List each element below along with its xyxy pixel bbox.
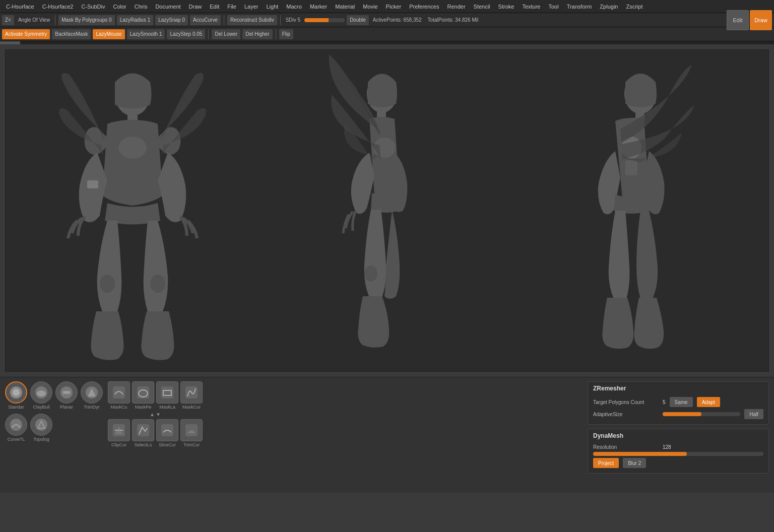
reconstruct-subdiv-btn[interactable]: Reconstruct Subdiv xyxy=(227,15,277,25)
standard-brush-icon[interactable] xyxy=(5,381,27,404)
menu-item-chsurface2[interactable]: C-Hsurface2 xyxy=(38,3,78,11)
separator1 xyxy=(55,15,55,25)
menu-item-transform[interactable]: Transform xyxy=(563,3,596,11)
trimdyn-brush-icon[interactable] xyxy=(81,381,103,404)
separator3 xyxy=(280,15,281,25)
tool-row-1: Standar ClayBuil Planar TrimDyr xyxy=(5,381,103,410)
active-points-label: ActivePoints: 658,352 xyxy=(371,17,424,23)
maskcur-label: MaskCur xyxy=(182,405,201,410)
half-btn[interactable]: Half xyxy=(744,409,763,419)
del-higher-btn[interactable]: Del Higher xyxy=(242,29,272,39)
bottom-area: Standar ClayBuil Planar TrimDyr xyxy=(0,377,774,493)
claybuild-brush-icon[interactable] xyxy=(30,381,52,404)
backface-mask-btn[interactable]: BackfaceMask xyxy=(52,29,91,39)
menu-item-stroke[interactable]: Stroke xyxy=(494,3,519,11)
tool-item-standard: Standar xyxy=(5,381,27,410)
adaptive-size-slider-track[interactable] xyxy=(663,412,740,416)
accu-curve-btn[interactable]: AccuCurve xyxy=(190,15,221,25)
adaptive-size-slider-container xyxy=(663,412,740,416)
tool-item-clipcur: ClipCur xyxy=(108,419,130,447)
toolbar1: Z< Angle Of View Mask By Polygroups 0 La… xyxy=(0,13,774,27)
menu-item-stencil[interactable]: Stencil xyxy=(470,3,494,11)
curvetl-brush-icon[interactable] xyxy=(5,414,27,436)
menu-item-tool[interactable]: Tool xyxy=(544,3,562,11)
same-btn[interactable]: Same xyxy=(670,397,693,407)
edit-button[interactable]: Edit xyxy=(727,10,749,30)
main-canvas xyxy=(0,44,774,377)
menu-item-zscript[interactable]: Zscript xyxy=(622,3,647,11)
menu-item-chsurface[interactable]: C-Hsurface xyxy=(2,3,38,11)
maskcu-icon[interactable] xyxy=(108,381,130,404)
adapt-btn[interactable]: Adapt xyxy=(697,397,720,407)
tool-item-maskcu: MaskCu xyxy=(108,381,130,410)
maskpe-label: MaskPe xyxy=(135,405,152,410)
character-front-svg xyxy=(57,54,208,367)
selectls-icon[interactable] xyxy=(132,419,154,441)
menu-item-file[interactable]: File xyxy=(223,3,240,11)
project-blur-row: Project Blur 2 xyxy=(593,458,763,468)
lazy-snap-btn[interactable]: LazySnap 0 xyxy=(155,15,188,25)
menu-item-render[interactable]: Render xyxy=(443,3,469,11)
draw-button[interactable]: Draw xyxy=(750,10,772,30)
resolution-label: Resolution xyxy=(593,444,659,450)
svg-point-3 xyxy=(100,275,115,293)
adaptive-size-slider-fill xyxy=(663,412,701,416)
trimcur-icon[interactable] xyxy=(180,419,203,441)
menu-item-layer[interactable]: Layer xyxy=(240,3,263,11)
menu-item-csubdiv[interactable]: C-SubDiv xyxy=(77,3,109,11)
menu-item-marker[interactable]: Marker xyxy=(306,3,331,11)
character-view-back xyxy=(514,50,768,371)
del-lower-btn[interactable]: Del Lower xyxy=(212,29,240,39)
flip-btn[interactable]: Flip xyxy=(279,29,293,39)
menu-bar: C-Hsurface C-Hsurface2 C-SubDiv Color Ch… xyxy=(0,0,774,13)
viewport[interactable] xyxy=(5,49,769,372)
brush-row-1: MaskCu MaskPe MaskLa MaskCur xyxy=(108,381,203,410)
resolution-slider-row xyxy=(593,452,763,456)
lazy-step-btn[interactable]: LazyStep 0.05 xyxy=(167,29,205,39)
scroll-indicator: ▲ ▼ xyxy=(108,412,203,417)
menu-item-document[interactable]: Document xyxy=(151,3,184,11)
menu-item-draw[interactable]: Draw xyxy=(185,3,206,11)
maskcur-icon[interactable] xyxy=(180,381,203,404)
mask-by-polygroups-btn[interactable]: Mask By Polygroups 0 xyxy=(58,15,115,25)
topolog-brush-icon[interactable] xyxy=(30,414,52,436)
tool-item-curvetl: CurveTL xyxy=(5,414,27,442)
lazy-mouse-btn[interactable]: LazyMouse xyxy=(93,29,124,39)
menu-item-picker[interactable]: Picker xyxy=(382,3,406,11)
menu-item-preferences[interactable]: Preferences xyxy=(405,3,443,11)
sdiv-slider[interactable] xyxy=(304,18,345,22)
slicecur-icon[interactable] xyxy=(156,419,178,441)
planar-brush-label: Planar xyxy=(60,405,73,410)
lazy-smooth-btn[interactable]: LazySmooth 1 xyxy=(127,29,165,39)
trimcur-label: TrimCur xyxy=(183,442,200,447)
menu-item-texture[interactable]: Texture xyxy=(518,3,544,11)
separator5 xyxy=(276,29,276,39)
lazy-radius-btn[interactable]: LazyRadius 1 xyxy=(117,15,154,25)
tool-item-maskla: MaskLa xyxy=(156,381,178,410)
character-side-svg xyxy=(327,54,447,367)
maskla-icon[interactable] xyxy=(156,381,178,404)
blur-btn[interactable]: Blur 2 xyxy=(623,458,646,468)
double-btn[interactable]: Double xyxy=(347,15,369,25)
planar-brush-icon[interactable] xyxy=(55,381,78,404)
activate-symmetry-btn[interactable]: Activate Symmetry xyxy=(2,29,50,39)
project-btn[interactable]: Project xyxy=(593,458,619,468)
zremesher-panel: ZRemesher Target Polygons Count 5 Same A… xyxy=(588,381,769,425)
maskpe-icon[interactable] xyxy=(132,381,154,404)
resolution-slider-track[interactable] xyxy=(593,452,763,456)
clipcur-icon[interactable] xyxy=(108,419,130,441)
total-points-label: TotalPoints: 34.826 Mil xyxy=(426,17,481,23)
sdiv-label: SDiv 5 xyxy=(284,17,302,23)
svg-point-4 xyxy=(150,275,165,293)
menu-item-color[interactable]: Color xyxy=(109,3,130,11)
menu-item-chris[interactable]: Chris xyxy=(131,3,152,11)
menu-item-macro[interactable]: Macro xyxy=(282,3,306,11)
z-key-btn[interactable]: Z< xyxy=(2,15,14,25)
menu-item-edit[interactable]: Edit xyxy=(206,3,223,11)
menu-item-zplugin[interactable]: Zplugin xyxy=(596,3,622,11)
svg-rect-15 xyxy=(625,160,637,175)
menu-item-material[interactable]: Material xyxy=(331,3,359,11)
menu-item-light[interactable]: Light xyxy=(262,3,282,11)
resolution-value: 128 xyxy=(663,444,671,450)
menu-item-movie[interactable]: Movie xyxy=(359,3,381,11)
